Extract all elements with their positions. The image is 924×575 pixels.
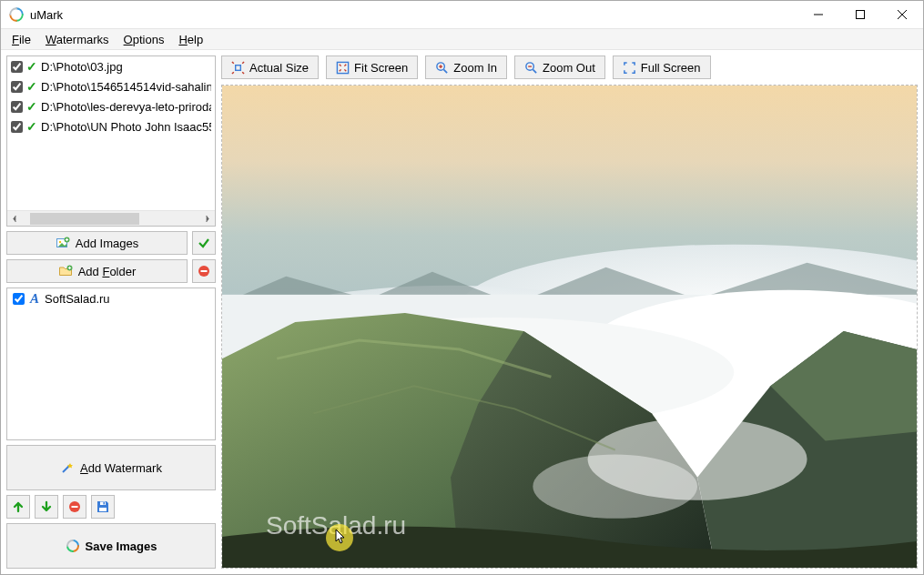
fit-screen-button[interactable]: Fit Screen (326, 55, 418, 79)
file-row[interactable]: ✓ D:\Photo\1546514514vid-sahalina (7, 76, 215, 96)
svg-rect-6 (201, 270, 208, 272)
status-ok-icon: ✓ (26, 60, 37, 73)
close-button[interactable] (881, 1, 923, 28)
remove-file-button[interactable] (192, 259, 216, 283)
remove-icon (67, 499, 82, 514)
cursor-indicator (326, 524, 353, 551)
add-watermark-button[interactable]: Add Watermark (6, 445, 216, 490)
menu-options[interactable]: Options (117, 31, 172, 48)
add-folder-button[interactable]: Add Folder (6, 259, 188, 283)
arrow-down-icon (39, 499, 54, 514)
right-panel: Actual Size Fit Screen Zoom In Zoom Out … (221, 55, 918, 569)
scroll-thumb[interactable] (30, 213, 139, 225)
watermark-row[interactable]: A SoftSalad.ru (7, 288, 215, 309)
zoom-out-icon (524, 61, 538, 75)
add-folder-icon (58, 264, 73, 278)
file-checkbox[interactable] (11, 81, 23, 93)
svg-rect-13 (337, 62, 348, 73)
check-all-button[interactable] (192, 231, 216, 255)
scroll-track[interactable] (23, 211, 199, 226)
file-path: D:\Photo\UN Photo John Isaac557 (41, 120, 211, 134)
zoom-in-icon (435, 61, 449, 75)
left-panel: ✓ D:\Photo\03.jpg ✓ D:\Photo\1546514514v… (6, 55, 216, 569)
watermark-name: SoftSalad.ru (45, 292, 110, 306)
zoom-in-button[interactable]: Zoom In (425, 55, 507, 79)
svg-point-23 (533, 455, 697, 519)
file-path: D:\Photo\les-derevya-leto-priroda (41, 100, 211, 114)
preview-toolbar: Actual Size Fit Screen Zoom In Zoom Out … (221, 55, 918, 79)
title-bar: uMark (1, 1, 923, 28)
status-ok-icon: ✓ (26, 80, 37, 93)
remove-icon (197, 264, 211, 278)
fit-screen-icon (336, 61, 350, 75)
save-images-button[interactable]: Save Images (6, 523, 216, 569)
actual-size-icon (231, 61, 245, 75)
full-screen-icon (623, 61, 636, 75)
file-checkbox[interactable] (11, 61, 23, 73)
scroll-right-icon[interactable] (199, 211, 215, 226)
add-images-icon (56, 236, 70, 250)
maximize-button[interactable] (839, 1, 881, 28)
svg-rect-11 (104, 502, 106, 505)
file-list[interactable]: ✓ D:\Photo\03.jpg ✓ D:\Photo\1546514514v… (6, 55, 216, 227)
cursor-icon (332, 529, 347, 547)
status-ok-icon: ✓ (26, 120, 37, 133)
app-icon (8, 6, 25, 23)
file-list-scrollbar[interactable] (7, 210, 215, 226)
file-row[interactable]: ✓ D:\Photo\03.jpg (7, 56, 215, 76)
content-area: ✓ D:\Photo\03.jpg ✓ D:\Photo\1546514514v… (1, 50, 923, 574)
file-checkbox[interactable] (11, 121, 23, 133)
watermark-checkbox[interactable] (13, 293, 25, 305)
main-window: uMark File Watermarks Options Help ✓ D:\… (0, 0, 924, 575)
watermark-list[interactable]: A SoftSalad.ru (6, 288, 216, 440)
file-path: D:\Photo\1546514514vid-sahalina (41, 80, 211, 94)
image-preview[interactable]: SoftSalad.ru (221, 85, 918, 569)
preview-image (222, 86, 917, 568)
svg-point-2 (59, 241, 61, 243)
minimize-button[interactable] (797, 1, 839, 28)
arrow-up-icon (11, 499, 25, 514)
move-down-button[interactable] (35, 495, 58, 519)
wand-icon (60, 460, 75, 475)
text-watermark-icon: A (30, 291, 39, 307)
menu-help[interactable]: Help (171, 31, 210, 48)
file-row[interactable]: ✓ D:\Photo\les-derevya-leto-priroda (7, 96, 215, 116)
actual-size-button[interactable]: Actual Size (221, 55, 319, 79)
zoom-out-button[interactable]: Zoom Out (514, 55, 605, 79)
floppy-icon (96, 499, 110, 514)
svg-rect-8 (72, 506, 78, 508)
save-watermark-button[interactable] (91, 495, 115, 519)
add-images-button[interactable]: Add Images (6, 231, 188, 255)
menu-watermarks[interactable]: Watermarks (38, 31, 117, 48)
status-ok-icon: ✓ (26, 100, 37, 113)
svg-rect-10 (100, 502, 106, 506)
remove-watermark-button[interactable] (63, 495, 86, 519)
check-icon (197, 236, 211, 250)
move-up-button[interactable] (6, 495, 30, 519)
file-row[interactable]: ✓ D:\Photo\UN Photo John Isaac557 (7, 116, 215, 136)
scroll-left-icon[interactable] (7, 211, 23, 226)
svg-rect-12 (236, 65, 241, 70)
file-path: D:\Photo\03.jpg (41, 60, 123, 74)
menu-file[interactable]: File (5, 31, 38, 48)
app-title: uMark (30, 8, 63, 22)
save-process-icon (66, 539, 80, 553)
full-screen-button[interactable]: Full Screen (613, 55, 711, 79)
svg-rect-0 (857, 11, 865, 19)
file-checkbox[interactable] (11, 101, 23, 113)
svg-rect-9 (99, 508, 107, 511)
menu-bar: File Watermarks Options Help (1, 28, 923, 50)
